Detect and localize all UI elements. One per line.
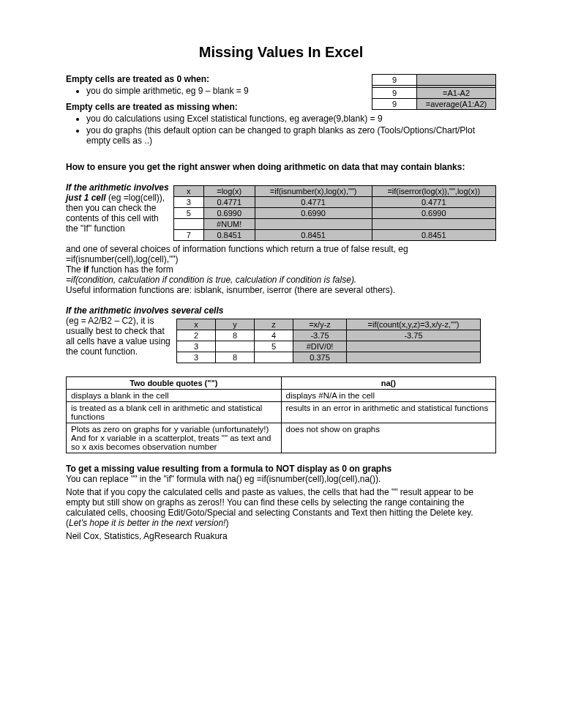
count-table: x y z =x/y-z =if(count(x,y,z)=3,x/y-z,""… (176, 319, 481, 363)
col-head: =if(count(x,y,z)=3,x/y-z,"") (347, 319, 481, 330)
cell: 3 (177, 352, 216, 363)
cell: 0.8451 (255, 230, 372, 241)
col-head: x (177, 319, 216, 330)
cell: 8 (216, 352, 255, 363)
col-head: =x/y-z (293, 319, 347, 330)
cell: 9 (372, 88, 417, 99)
cell: =average(A1:A2) (417, 99, 496, 110)
cell: 2 (177, 330, 216, 341)
section-graphs: To get a missing value resulting from a … (66, 464, 496, 541)
cell: =A1-A2 (417, 88, 496, 99)
heading: If the arithmetic involves several cells (66, 305, 496, 316)
cell: does not show on graphs (281, 423, 496, 453)
cell: 0.6990 (372, 208, 496, 219)
cell: 0.8451 (203, 230, 255, 241)
cell: 9 (372, 99, 417, 110)
cell (216, 341, 255, 352)
cell: 0.375 (293, 352, 347, 363)
log-table: x =log(x) =if(isnumber(x),log(x),"") =if… (173, 185, 496, 241)
cell: 0.6990 (255, 208, 372, 219)
cell (174, 219, 203, 230)
bullet-list: you do calculations using Excel statisti… (66, 114, 496, 146)
lead-text: If the arithmetic involves just 1 cell (… (66, 182, 173, 234)
cell: Plots as zero on graphs for y variable (… (67, 423, 282, 453)
col-head: na() (281, 377, 496, 390)
cell: results in an error in arithmetic and st… (281, 402, 496, 423)
col-head: =log(x) (203, 186, 255, 197)
cell (417, 75, 496, 86)
cell (255, 219, 372, 230)
heading: Empty cells are treated as missing when: (66, 102, 238, 112)
cell: 3 (174, 197, 203, 208)
paragraph: Useful information functions are: isblan… (66, 285, 496, 295)
intro-table: 9 9=A1-A2 9=average(A1:A2) (372, 74, 496, 110)
page-title: Missing Values In Excel (66, 44, 496, 61)
bullet: you do calculations using Excel statisti… (86, 114, 496, 124)
compare-table: Two double quotes ("") na() displays a b… (66, 376, 496, 453)
paragraph: You can replace "" in the "if" formula w… (66, 474, 496, 484)
col-head: Two double quotes ("") (67, 377, 282, 390)
paragraph: =if(condition, calculation if condition … (66, 275, 496, 285)
col-head: z (255, 319, 293, 330)
lead-text: (eg = A2/B2 – C2), it is usually best to… (66, 316, 176, 357)
cell: 8 (216, 330, 255, 341)
cell: 4 (255, 330, 293, 341)
cell (347, 341, 481, 352)
txt: function has the form (89, 264, 173, 275)
cell: 5 (174, 208, 203, 219)
cell: displays a blank in the cell (67, 390, 282, 402)
heading: Empty cells are treated as 0 when: (66, 74, 209, 84)
section-compare: Two double quotes ("") na() displays a b… (66, 376, 496, 453)
cell: 5 (255, 341, 293, 352)
emph: Let's hope it is better in the next vers… (69, 518, 225, 528)
section-how-to: How to ensure you get the right answer w… (66, 162, 496, 172)
cell: #DIV/0! (293, 341, 347, 352)
cell: 7 (174, 230, 203, 241)
cell: -3.75 (293, 330, 347, 341)
col-head: y (216, 319, 255, 330)
cell: 0.4771 (255, 197, 372, 208)
paragraph: The if function has the form (66, 264, 496, 275)
bullet: you do graphs (this default option can b… (86, 125, 496, 146)
cell: is treated as a blank cell in arithmetic… (67, 402, 282, 423)
cell: 3 (177, 341, 216, 352)
col-head: x (174, 186, 203, 197)
cell: displays #N/A in the cell (281, 390, 496, 402)
paragraph: Note that if you copy the calculated cel… (66, 487, 496, 528)
section-one-cell: If the arithmetic involves just 1 cell (… (66, 182, 496, 295)
txt: The (66, 264, 83, 275)
heading: To get a missing value resulting from a … (66, 464, 496, 474)
footer-author: Neil Cox, Statistics, AgResearch Ruakura (66, 531, 496, 541)
cell: 9 (372, 75, 417, 86)
document-page: Missing Values In Excel 9 9=A1-A2 9=aver… (0, 0, 562, 728)
col-head: =if(iserror(log(x)),"",log(x)) (372, 186, 496, 197)
cell: #NUM! (203, 219, 255, 230)
cell: 0.6990 (203, 208, 255, 219)
txt: ) (225, 518, 228, 528)
heading: How to ensure you get the right answer w… (66, 162, 465, 172)
cell: 0.8451 (372, 230, 496, 241)
cell (372, 219, 496, 230)
cell: 0.4771 (203, 197, 255, 208)
cell: -3.75 (347, 330, 481, 341)
section-several-cells: If the arithmetic involves several cells… (66, 305, 496, 366)
col-head: =if(isnumber(x),log(x),"") (255, 186, 372, 197)
cell (347, 352, 481, 363)
cell: 0.4771 (372, 197, 496, 208)
cell (255, 352, 293, 363)
paragraph: and one of several choices of informatio… (66, 244, 496, 264)
